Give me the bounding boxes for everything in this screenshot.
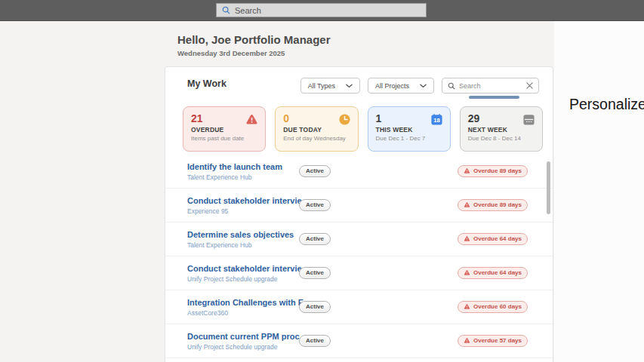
current-date-label: Wednesday 3rd December 2025 bbox=[177, 49, 331, 57]
status-badge: Active bbox=[299, 335, 331, 347]
card-label: OVERDUE bbox=[191, 126, 257, 133]
overdue-label: Overdue 64 days bbox=[473, 235, 522, 242]
task-title-link[interactable]: Integration Challenges with E... bbox=[187, 298, 299, 307]
task-row: Integration Challenges with E... AssetCo… bbox=[165, 290, 553, 324]
top-app-bar bbox=[0, 0, 644, 21]
task-title-link[interactable]: Conduct stakeholder intervie... bbox=[187, 196, 299, 205]
status-badge: Active bbox=[299, 301, 331, 313]
global-search-input[interactable] bbox=[235, 6, 421, 15]
warning-triangle-icon bbox=[464, 236, 470, 242]
task-project-label: Unify Project Schedule upgrade bbox=[187, 275, 299, 283]
task-project-label: AssetCore360 bbox=[187, 309, 299, 317]
type-filter-dropdown[interactable]: All Types bbox=[300, 78, 360, 94]
status-badge: Active bbox=[299, 199, 331, 211]
overdue-badge: Overdue 64 days bbox=[458, 267, 528, 279]
warning-triangle-icon bbox=[464, 270, 470, 276]
task-row: Document current PPM proc... Unify Proje… bbox=[165, 324, 553, 358]
card-subtitle: End of day Wednesday bbox=[283, 135, 350, 142]
card-label: NEXT WEEK bbox=[468, 126, 535, 133]
task-title-link[interactable]: Determine sales objectives bbox=[187, 230, 299, 239]
overdue-label: Overdue 57 days bbox=[473, 337, 522, 344]
calendar-icon bbox=[522, 113, 535, 126]
overdue-badge: Overdue 60 days bbox=[458, 301, 528, 313]
overdue-label: Overdue 60 days bbox=[473, 303, 522, 310]
card-subtitle: Items past due date bbox=[191, 135, 257, 142]
panel-title: My Work bbox=[187, 78, 226, 89]
clock-icon bbox=[338, 113, 351, 126]
search-icon bbox=[448, 82, 455, 90]
overdue-label: Overdue 89 days bbox=[473, 167, 522, 174]
task-project-label: Unify Project Schedule upgrade bbox=[187, 343, 299, 351]
overdue-badge: Overdue 57 days bbox=[458, 335, 528, 347]
task-title-link[interactable]: Document current PPM proc... bbox=[187, 332, 299, 341]
filter-toolbar: All Types All Projects bbox=[300, 78, 539, 94]
global-search-box[interactable] bbox=[216, 3, 427, 17]
project-filter-dropdown[interactable]: All Projects bbox=[368, 78, 434, 94]
status-badge: Active bbox=[299, 165, 331, 177]
search-icon bbox=[222, 6, 230, 14]
task-project-label: Experience 95 bbox=[187, 207, 299, 215]
task-project-label: Talent Experience Hub bbox=[187, 241, 299, 249]
panel-scrollbar-thumb[interactable] bbox=[547, 161, 550, 214]
task-project-label: Talent Experience Hub bbox=[187, 173, 299, 181]
chevron-down-icon bbox=[346, 84, 353, 88]
warning-triangle-icon bbox=[464, 338, 470, 344]
project-filter-value: All Projects bbox=[375, 82, 409, 90]
personalize-button[interactable]: Personalize bbox=[569, 96, 644, 113]
this-week-summary-card[interactable]: 1 THIS WEEK Due Dec 1 - Dec 7 18 bbox=[368, 106, 451, 152]
warning-triangle-icon bbox=[464, 304, 470, 310]
panel-search-input[interactable] bbox=[459, 82, 522, 90]
warning-triangle-icon bbox=[245, 113, 258, 126]
task-list: Identify the launch team Talent Experien… bbox=[165, 155, 553, 362]
type-filter-value: All Types bbox=[308, 82, 335, 90]
my-work-panel: My Work All Types All Projects bbox=[165, 66, 553, 362]
next-week-summary-card[interactable]: 29 NEXT WEEK Due Dec 8 - Dec 14 bbox=[460, 106, 543, 152]
warning-triangle-icon bbox=[464, 168, 470, 174]
overdue-label: Overdue 89 days bbox=[473, 201, 522, 208]
task-row: Identify the launch team Talent Experien… bbox=[165, 155, 553, 189]
task-row: Determine sales objectives Talent Experi… bbox=[165, 222, 553, 256]
card-label: DUE TODAY bbox=[283, 126, 350, 133]
page-title: Hello, Joe Portfolio Manager bbox=[177, 33, 331, 46]
calendar-day-number: 18 bbox=[433, 117, 440, 124]
task-row: Conduct stakeholder intervie... Experien… bbox=[165, 189, 553, 222]
panel-search-box[interactable] bbox=[442, 78, 539, 94]
calendar-date-icon: 18 bbox=[430, 113, 443, 126]
task-row: Conduct stakeholder intervie... Unify Pr… bbox=[165, 256, 553, 290]
status-badge: Active bbox=[299, 267, 331, 279]
search-focus-underline bbox=[469, 96, 519, 99]
overdue-badge: Overdue 64 days bbox=[458, 233, 528, 245]
task-title-link[interactable]: Conduct stakeholder intervie... bbox=[187, 264, 299, 273]
status-badge: Active bbox=[299, 233, 331, 245]
due-today-summary-card[interactable]: 0 DUE TODAY End of day Wednesday bbox=[275, 106, 358, 152]
card-subtitle: Due Dec 8 - Dec 14 bbox=[468, 135, 535, 142]
overdue-summary-card[interactable]: 21 OVERDUE Items past due date bbox=[183, 106, 266, 152]
card-subtitle: Due Dec 1 - Dec 7 bbox=[376, 135, 442, 142]
summary-cards-row: 21 OVERDUE Items past due date 0 DUE TOD… bbox=[183, 106, 543, 152]
overdue-label: Overdue 64 days bbox=[473, 269, 522, 276]
right-background-strip bbox=[554, 21, 644, 362]
chevron-down-icon bbox=[420, 84, 427, 88]
overdue-badge: Overdue 89 days bbox=[458, 165, 528, 177]
warning-triangle-icon bbox=[464, 202, 470, 208]
task-title-link[interactable]: Identify the launch team bbox=[187, 162, 299, 171]
overdue-badge: Overdue 89 days bbox=[458, 199, 528, 211]
clear-search-icon[interactable] bbox=[526, 82, 533, 89]
greeting-block: Hello, Joe Portfolio Manager Wednesday 3… bbox=[177, 33, 331, 57]
card-label: THIS WEEK bbox=[376, 126, 442, 133]
